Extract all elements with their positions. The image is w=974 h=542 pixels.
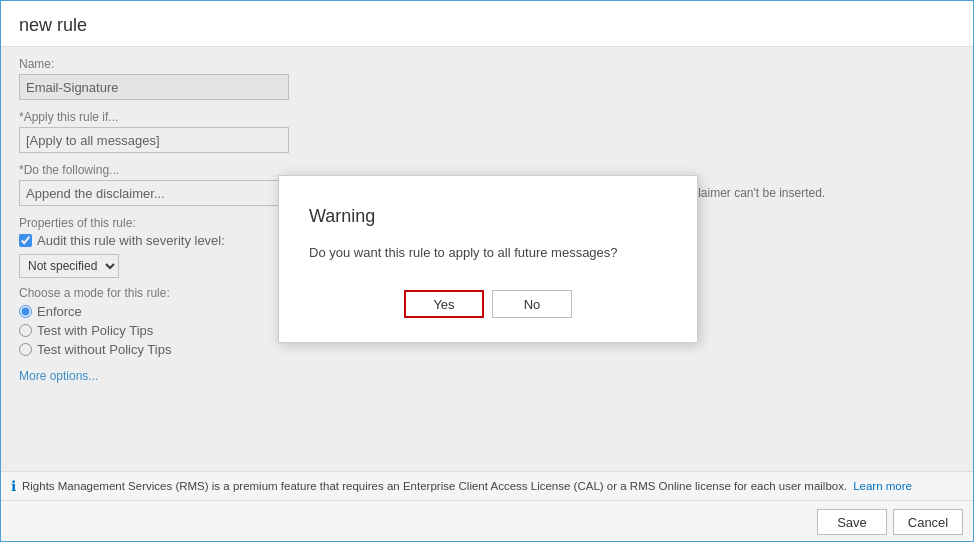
- header: new rule: [1, 1, 974, 47]
- cancel-button[interactable]: Cancel: [893, 509, 963, 535]
- dialog-buttons: Yes No: [309, 290, 667, 318]
- dialog-overlay: Warning Do you want this rule to apply t…: [1, 47, 974, 471]
- footer-info-text: Rights Management Services (RMS) is a pr…: [22, 480, 847, 492]
- bottom-buttons: Save Cancel: [1, 500, 974, 542]
- save-button[interactable]: Save: [817, 509, 887, 535]
- page-title: new rule: [19, 15, 87, 35]
- footer-bar: ℹ Rights Management Services (RMS) is a …: [1, 471, 974, 500]
- dialog-box: Warning Do you want this rule to apply t…: [278, 175, 698, 344]
- dialog-yes-button[interactable]: Yes: [404, 290, 484, 318]
- page-container: new rule Name: *Apply this rule if... [A…: [1, 1, 974, 542]
- dialog-no-button[interactable]: No: [492, 290, 572, 318]
- learn-more-link[interactable]: Learn more: [853, 480, 912, 492]
- info-icon: ℹ: [11, 478, 16, 494]
- dialog-title: Warning: [309, 206, 667, 227]
- main-content: Name: *Apply this rule if... [Apply to a…: [1, 47, 974, 471]
- dialog-message: Do you want this rule to apply to all fu…: [309, 243, 667, 263]
